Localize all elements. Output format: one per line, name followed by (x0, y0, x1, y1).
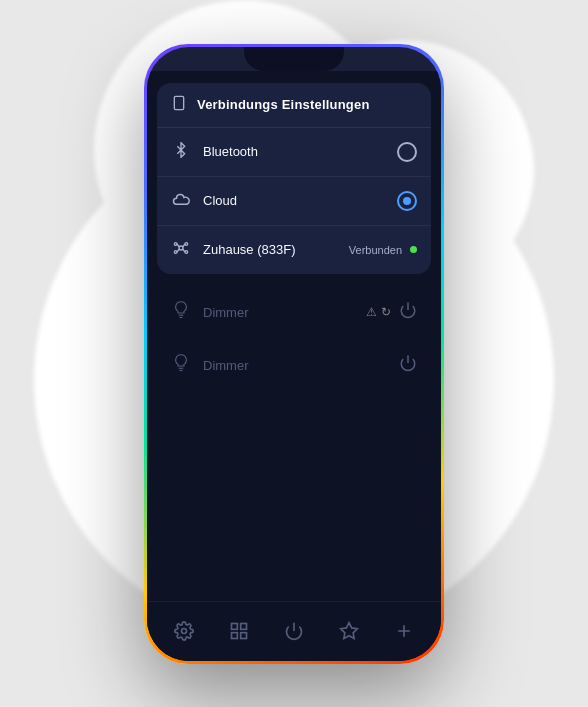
phone-frame: Verbindungs Einstellungen Bluetooth (144, 44, 444, 664)
svg-line-10 (182, 248, 185, 251)
dimmer-label-2: Dimmer (203, 358, 399, 373)
cloud-row[interactable]: Cloud (157, 177, 431, 226)
bulb-icon-2 (171, 353, 191, 378)
refresh-icon: ↻ (381, 305, 391, 319)
phone-screen: Verbindungs Einstellungen Bluetooth (147, 47, 441, 661)
warning-icon: ⚠ (366, 305, 377, 319)
bluetooth-radio[interactable] (397, 142, 417, 162)
svg-rect-20 (232, 633, 238, 639)
connected-label: Verbunden (349, 244, 402, 256)
bluetooth-label: Bluetooth (203, 144, 397, 159)
svg-line-9 (177, 248, 180, 251)
screen-content: Verbindungs Einstellungen Bluetooth (147, 71, 441, 661)
nav-settings[interactable] (164, 611, 204, 651)
dimmer-label-1: Dimmer (203, 305, 366, 320)
bluetooth-row[interactable]: Bluetooth (157, 128, 431, 177)
header-device-icon (171, 95, 187, 115)
nav-star[interactable] (329, 611, 369, 651)
svg-point-3 (174, 242, 177, 245)
svg-rect-21 (241, 633, 247, 639)
bulb-icon-1 (171, 300, 191, 325)
hub-icon (171, 240, 191, 260)
dimmer-row-2[interactable]: Dimmer (157, 341, 431, 390)
phone-notch (244, 47, 344, 71)
nav-power[interactable] (274, 611, 314, 651)
svg-line-8 (182, 244, 185, 247)
power-button-2[interactable] (399, 354, 417, 377)
bluetooth-icon (171, 142, 191, 162)
home-row[interactable]: Zuhause (833F) Verbunden (157, 226, 431, 274)
panel-title: Verbindungs Einstellungen (197, 97, 370, 112)
svg-rect-18 (232, 624, 238, 630)
dimmer-row-1[interactable]: Dimmer ⚠ ↻ (157, 288, 431, 337)
device-badges: ⚠ ↻ (366, 305, 391, 319)
cloud-label: Cloud (203, 193, 397, 208)
cloud-icon (171, 192, 191, 210)
home-label: Zuhause (833F) (203, 242, 349, 257)
svg-point-4 (185, 242, 188, 245)
svg-point-17 (182, 629, 187, 634)
power-button-1[interactable] (399, 301, 417, 324)
connection-panel: Verbindungs Einstellungen Bluetooth (157, 83, 431, 274)
panel-header: Verbindungs Einstellungen (157, 83, 431, 128)
svg-marker-23 (340, 623, 357, 639)
status-dot (410, 246, 417, 253)
cloud-radio[interactable] (397, 191, 417, 211)
bottom-nav (147, 601, 441, 661)
nav-add[interactable] (384, 611, 424, 651)
svg-point-6 (185, 250, 188, 253)
nav-grid[interactable] (219, 611, 259, 651)
device-section: Dimmer ⚠ ↻ (147, 282, 441, 601)
svg-point-5 (174, 250, 177, 253)
svg-rect-0 (174, 96, 183, 109)
svg-rect-19 (241, 624, 247, 630)
svg-line-7 (177, 244, 180, 247)
